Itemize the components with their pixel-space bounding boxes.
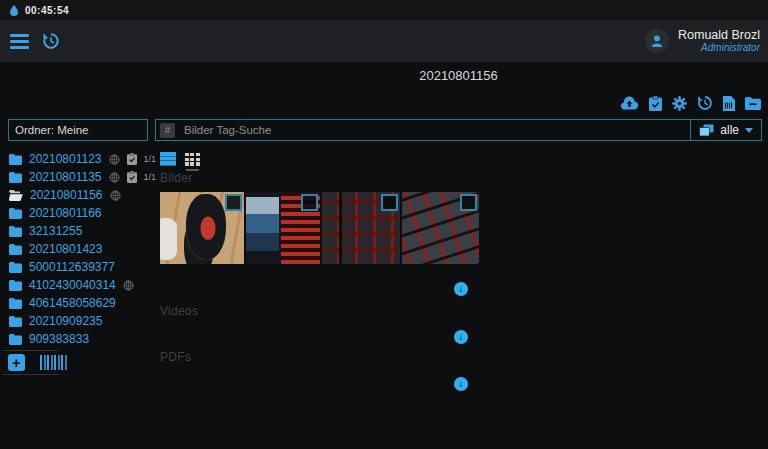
folder-icon [9,172,22,183]
user-role: Administrator [678,42,760,54]
folder-icon [9,298,22,309]
section-label-bilder: Bilder [160,171,192,185]
thumbnail-checkbox[interactable] [301,194,318,211]
folder-icon [9,244,22,255]
avatar [645,29,669,53]
grid-view-button[interactable] [185,152,201,166]
download-images-button[interactable] [454,282,468,296]
folder-item[interactable]: 20210909235 [0,312,152,330]
folder-name: 20210801156 [30,188,103,202]
folder-item[interactable]: 20210801423 [0,240,152,258]
folder-item[interactable]: 20210801135 1/1 [0,168,152,186]
thumbnail-checkbox[interactable] [460,194,477,211]
folder-name: 20210801123 [29,152,102,166]
folder-minus-icon[interactable] [745,97,761,110]
clipboard-check-icon[interactable] [649,96,662,111]
folder-icon [9,316,22,327]
grid-icon [185,152,201,166]
scope-dropdown[interactable]: alle [690,120,761,140]
images-stack-icon [699,124,714,137]
folder-item[interactable]: 32131255 [0,222,152,240]
download-videos-button[interactable] [454,330,468,344]
folder-name: 20210801135 [29,170,102,184]
folder-icon [9,334,22,345]
history-button[interactable] [42,32,60,50]
folder-name: 5000112639377 [29,260,115,274]
app-root: { "topbar": { "time": "00:45:54" }, "hea… [0,0,768,449]
folder-item[interactable]: 909383833 [0,330,152,348]
globe-icon [109,172,120,183]
drop-icon [10,5,18,16]
clipboard-check-icon [127,153,137,165]
session-timer: 00:45:54 [25,5,69,16]
tag-search-input[interactable] [182,123,690,137]
folder-name: 20210909235 [29,314,102,328]
sidebar-divider [3,374,59,375]
thumbnail-gaming-mouse[interactable] [160,192,244,264]
folder-item[interactable]: 20210801166 [0,204,152,222]
folder-name: 909383833 [29,332,89,346]
page-title: 20210801156 [155,68,762,83]
sidebar-actions: + [8,354,67,371]
folder-name: 4102430040314 [29,278,116,292]
folder-name: 20210801423 [29,242,102,256]
top-status-bar: 00:45:54 [0,0,768,20]
folder-name: 4061458058629 [29,296,116,310]
folder-icon [9,154,22,165]
clipboard-check-icon [127,171,137,183]
section-label-pdfs: PDFs [160,350,191,364]
add-folder-button[interactable]: + [8,354,25,371]
cloud-upload-icon[interactable] [620,96,639,110]
thumbnail-keyboard-closeup[interactable] [402,192,479,264]
folder-item[interactable]: 20210801156 [0,186,152,204]
user-menu[interactable]: Romuald Brozl Administrator [645,28,760,54]
hash-icon: # [160,123,175,138]
globe-icon [110,190,121,201]
globe-icon [109,154,120,165]
folder-item[interactable]: 5000112639377 [0,258,152,276]
folder-icon [9,262,22,273]
folder-name: 32131255 [29,224,82,238]
app-header: Romuald Brozl Administrator [0,20,768,62]
thumbnail-checkbox[interactable] [225,194,242,211]
image-thumbnail-row [160,192,479,264]
folder-item[interactable]: 4102430040314 [0,276,152,294]
globe-icon [123,280,134,291]
thumbnail-checkbox[interactable] [381,194,398,211]
folder-count: 1/1 [144,172,157,182]
folder-filter-input[interactable] [8,119,148,141]
history-icon[interactable] [697,95,713,111]
folder-count: 1/1 [144,154,157,164]
chevron-down-icon [745,128,753,133]
folder-list: 20210801123 1/1 20210801135 1/1 20210801… [0,150,152,348]
sidebar-divider [3,350,59,351]
open-folder-icon [9,190,23,201]
user-name: Romuald Brozl [678,28,760,42]
folder-item[interactable]: 4061458058629 [0,294,152,312]
file-barcode-icon[interactable] [723,96,735,111]
settings-gear-icon[interactable] [672,96,687,111]
barcode-scan-button[interactable] [40,355,67,370]
list-view-button[interactable] [160,152,176,166]
tag-search-bar: # alle [155,119,762,141]
folder-icon [9,280,22,291]
folder-icon [9,208,22,219]
download-pdfs-button[interactable] [454,377,468,391]
thumbnail-numpad-red[interactable] [322,192,400,264]
menu-button[interactable] [10,34,29,49]
action-toolbar [620,95,761,111]
section-label-videos: Videos [160,304,198,318]
scope-value: alle [720,123,739,137]
folder-icon [9,226,22,237]
folder-item[interactable]: 20210801123 1/1 [0,150,152,168]
thumbnail-monitor-keyboard[interactable] [246,192,320,264]
folder-name: 20210801166 [29,206,102,220]
view-toggles [160,152,201,166]
